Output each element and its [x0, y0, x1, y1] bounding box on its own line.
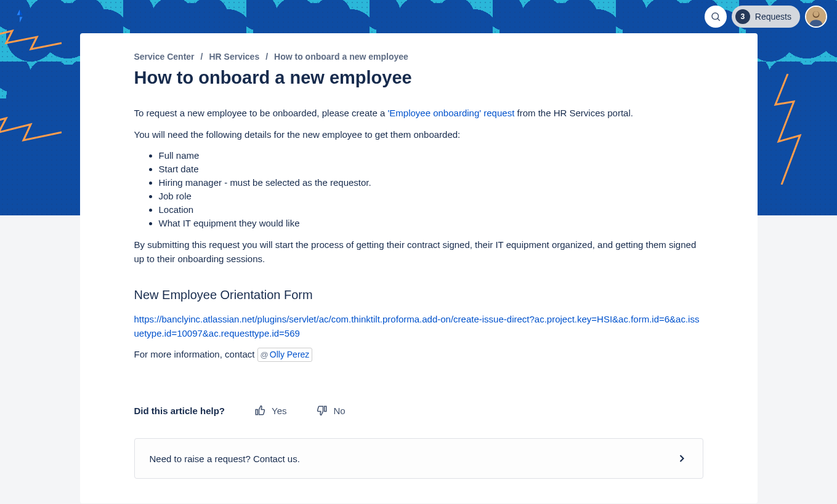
article-body: To request a new employee to be onboarde… — [134, 106, 703, 362]
breadcrumb-service-center[interactable]: Service Center — [134, 52, 195, 62]
search-icon — [710, 11, 721, 22]
employee-onboarding-link[interactable]: 'Employee onboarding' request — [387, 108, 514, 118]
requests-count-badge: 3 — [735, 9, 750, 24]
feedback-yes-button[interactable]: Yes — [254, 405, 286, 416]
app-logo[interactable] — [10, 9, 27, 25]
article-card: Service Center / HR Services / How to on… — [80, 33, 758, 503]
required-details-list: Full name Start date Hiring manager - mu… — [159, 149, 703, 230]
svg-point-0 — [712, 13, 719, 20]
requests-label: Requests — [755, 12, 791, 22]
breadcrumb-current: How to onboard a new employee — [274, 52, 408, 62]
user-mention-olly-perez[interactable]: @Olly Perez — [257, 348, 313, 362]
list-item: What IT equipment they would like — [159, 217, 703, 230]
svg-line-1 — [718, 18, 720, 21]
feedback-section: Did this article help? Yes No — [134, 405, 703, 416]
section-heading-orientation-form: New Employee Orientation Form — [134, 286, 703, 304]
orientation-form-link[interactable]: https://banclyinc.atlassian.net/plugins/… — [134, 314, 700, 338]
feedback-no-button[interactable]: No — [317, 405, 346, 416]
list-item: Start date — [159, 162, 703, 175]
contact-us-card[interactable]: Need to raise a request? Contact us. — [134, 438, 703, 479]
list-item: Full name — [159, 149, 703, 162]
chevron-right-icon — [676, 452, 688, 465]
feedback-label: Did this article help? — [134, 406, 225, 416]
list-item: Location — [159, 203, 703, 216]
page-title: How to onboard a new employee — [134, 68, 703, 88]
search-button[interactable] — [705, 6, 727, 28]
requests-button[interactable]: 3 Requests — [732, 6, 800, 28]
list-item: Job role — [159, 190, 703, 202]
breadcrumb-hr-services[interactable]: HR Services — [209, 52, 259, 62]
thumbs-up-icon — [254, 405, 265, 416]
user-avatar[interactable] — [805, 6, 827, 28]
thumbs-down-icon — [317, 405, 328, 416]
svg-point-4 — [814, 11, 819, 17]
breadcrumb: Service Center / HR Services / How to on… — [134, 52, 703, 62]
list-item: Hiring manager - must be selected as the… — [159, 176, 703, 189]
